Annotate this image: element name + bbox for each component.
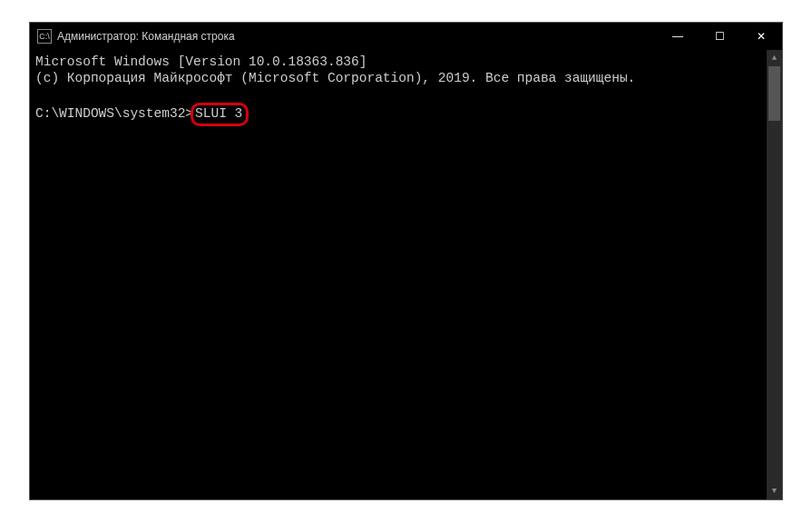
scrollbar-down-arrow[interactable]: ▼ [767,483,782,499]
maximize-button[interactable]: ☐ [699,23,740,50]
terminal-line-1: Microsoft Windows [Version 10.0.18363.83… [35,54,777,70]
window-controls: — ☐ ✕ [657,23,782,50]
command-highlight: SLUI 3 [191,103,249,125]
close-button[interactable]: ✕ [740,23,782,50]
terminal-prompt-line: C:\WINDOWS\system32>SLUI 3 [35,103,777,125]
vertical-scrollbar[interactable]: ▲ ▼ [767,50,782,499]
minimize-button[interactable]: — [657,23,699,50]
scrollbar-thumb[interactable] [768,66,780,121]
prompt-text: C:\WINDOWS\system32> [35,106,193,121]
titlebar[interactable]: C:\ Администратор: Командная строка — ☐ … [30,23,782,50]
terminal-line-2: (c) Корпорация Майкрософт (Microsoft Cor… [35,70,777,86]
cmd-icon-label: C:\ [39,32,50,41]
scrollbar-up-arrow[interactable]: ▲ [767,50,782,66]
terminal-area[interactable]: Microsoft Windows [Version 10.0.18363.83… [30,50,782,499]
cmd-window: C:\ Администратор: Командная строка — ☐ … [29,22,783,500]
window-title: Администратор: Командная строка [57,30,657,43]
command-text: SLUI 3 [195,106,242,121]
terminal-blank [35,86,777,103]
cmd-icon: C:\ [37,29,52,44]
